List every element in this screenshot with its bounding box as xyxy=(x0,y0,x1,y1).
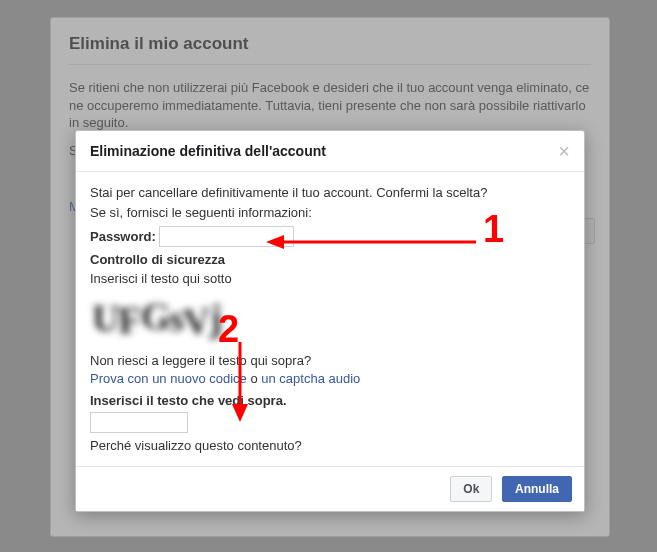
modal-title: Eliminazione definitiva dell'account xyxy=(90,143,326,159)
enter-text-label: Inserisci il testo che vedi sopra. xyxy=(90,392,570,410)
new-code-link[interactable]: Prova con un nuovo codice xyxy=(90,371,247,386)
modal-footer: Ok Annulla xyxy=(76,466,584,511)
captcha-image: UFGsVj xyxy=(90,294,315,344)
security-check-title: Controllo di sicurezza xyxy=(90,251,570,269)
cant-read-text: Non riesci a leggere il testo qui sopra? xyxy=(90,352,570,370)
security-instruction: Inserisci il testo qui sotto xyxy=(90,270,570,288)
password-row: Password: xyxy=(90,226,570,247)
audio-captcha-link[interactable]: un captcha audio xyxy=(261,371,360,386)
or-text: o xyxy=(247,371,261,386)
why-link[interactable]: Perché visualizzo questo contenuto? xyxy=(90,438,302,453)
cancel-button[interactable]: Annulla xyxy=(502,476,572,502)
modal-body: Stai per cancellare definitivamente il t… xyxy=(76,172,584,466)
close-icon[interactable]: × xyxy=(558,144,570,158)
confirm-text-2: Se sì, fornisci le seguenti informazioni… xyxy=(90,204,570,222)
password-input[interactable] xyxy=(159,226,294,247)
captcha-help: Non riesci a leggere il testo qui sopra?… xyxy=(90,352,570,388)
password-label: Password: xyxy=(90,229,156,244)
ok-button[interactable]: Ok xyxy=(450,476,492,502)
modal-header: Eliminazione definitiva dell'account × xyxy=(76,131,584,172)
confirm-delete-modal: Eliminazione definitiva dell'account × S… xyxy=(75,130,585,512)
confirm-text-1: Stai per cancellare definitivamente il t… xyxy=(90,184,570,202)
captcha-input[interactable] xyxy=(90,412,188,433)
